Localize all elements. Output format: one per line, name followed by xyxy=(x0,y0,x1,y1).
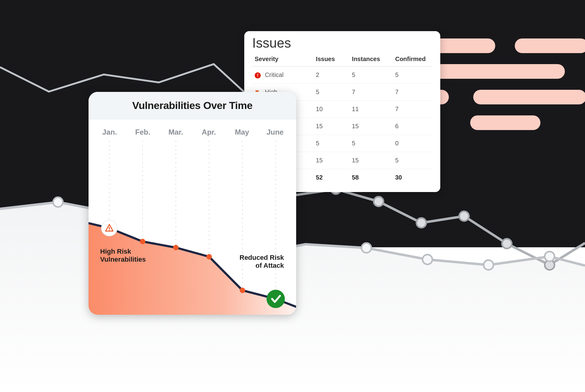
svg-point-19 xyxy=(206,254,212,260)
svg-point-23 xyxy=(109,230,110,230)
cell-issues: 15 xyxy=(314,152,350,169)
issues-header-row: Severity Issues Instances Confirmed xyxy=(252,53,432,67)
totals-instances: 58 xyxy=(350,169,393,186)
annotation-text: Vulnerabilities xyxy=(100,256,146,263)
annotation-text: Reduced Risk xyxy=(240,254,284,261)
totals-issues: 52 xyxy=(314,169,350,186)
cell-instances: 15 xyxy=(350,152,393,169)
cell-issues: 2 xyxy=(314,67,350,84)
annotation-reduced-risk: Reduced Risk of Attack xyxy=(240,254,284,270)
vulnerabilities-body: Jan. Feb. Mar. Apr. May June xyxy=(89,119,296,315)
cell-instances: 7 xyxy=(350,84,393,101)
svg-point-8 xyxy=(423,255,432,264)
cell-issues: 10 xyxy=(314,101,350,118)
annotation-text: High Risk xyxy=(100,248,131,255)
svg-point-17 xyxy=(140,239,145,244)
col-issues[interactable]: Issues xyxy=(314,53,350,67)
svg-point-24 xyxy=(267,290,285,308)
cell-confirmed: 6 xyxy=(393,118,432,135)
col-instances[interactable]: Instances xyxy=(350,53,393,67)
annotation-text: of Attack xyxy=(256,262,284,269)
svg-point-5 xyxy=(545,260,554,270)
cell-confirmed: 7 xyxy=(393,84,432,101)
critical-icon xyxy=(255,72,261,78)
decorative-bar xyxy=(470,115,540,130)
severity-label: Critical xyxy=(265,71,284,78)
decorative-bar xyxy=(473,90,585,104)
success-check-icon xyxy=(267,290,285,308)
table-row[interactable]: Critical 2 5 5 xyxy=(252,67,432,84)
cell-instances: 5 xyxy=(350,135,393,152)
col-confirmed[interactable]: Confirmed xyxy=(393,53,432,67)
svg-point-9 xyxy=(484,260,493,270)
svg-point-20 xyxy=(240,288,245,293)
vulnerabilities-header: Vulnerabilities Over Time xyxy=(89,92,296,119)
svg-point-18 xyxy=(173,245,179,250)
cell-confirmed: 5 xyxy=(393,67,432,84)
svg-point-10 xyxy=(545,252,554,261)
cell-confirmed: 0 xyxy=(393,135,432,152)
totals-confirmed: 30 xyxy=(393,169,432,186)
cell-issues: 5 xyxy=(314,84,350,101)
vulnerabilities-line-chart xyxy=(89,119,296,315)
vulnerabilities-card: Vulnerabilities Over Time Jan. Feb. Mar.… xyxy=(89,92,296,315)
cell-confirmed: 5 xyxy=(393,152,432,169)
cell-confirmed: 7 xyxy=(393,101,432,118)
col-severity[interactable]: Severity xyxy=(252,53,314,67)
decorative-bar xyxy=(515,38,585,53)
vulnerabilities-title: Vulnerabilities Over Time xyxy=(132,100,253,111)
cell-instances: 11 xyxy=(350,101,393,118)
cell-instances: 5 xyxy=(350,67,393,84)
dashboard-hero: Issues Severity Issues Instances Confirm… xyxy=(0,0,585,392)
warning-badge-icon xyxy=(101,220,117,236)
cell-instances: 15 xyxy=(350,118,393,135)
issues-title: Issues xyxy=(252,35,432,51)
cell-issues: 15 xyxy=(314,118,350,135)
annotation-high-risk: High Risk Vulnerabilities xyxy=(100,248,146,264)
cell-issues: 5 xyxy=(314,135,350,152)
